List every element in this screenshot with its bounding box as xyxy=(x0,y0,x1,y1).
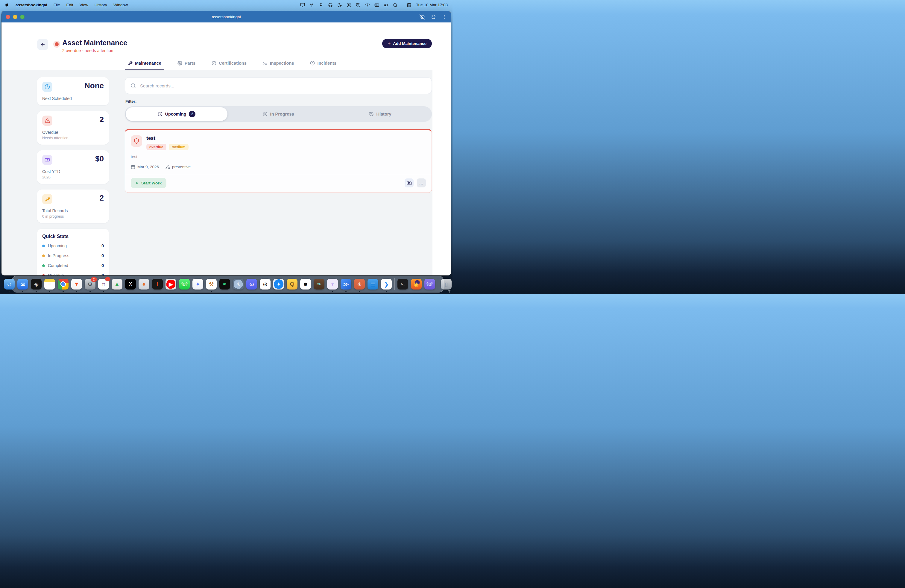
dock-cyberduck-icon[interactable]: Q xyxy=(287,279,297,289)
control-center-icon[interactable] xyxy=(407,3,411,8)
dock-terminal-icon[interactable]: >_ xyxy=(397,279,408,289)
menu-window[interactable]: Window xyxy=(113,3,128,7)
dock-viber-icon[interactable]: ☏ xyxy=(424,279,435,289)
dock-purple-app-icon[interactable]: ♆ xyxy=(327,279,338,289)
dock-copilot-icon[interactable]: ✦ xyxy=(192,279,203,289)
quick-stat-row-in-progress: In Progress0 xyxy=(42,253,104,258)
dock-brave-icon[interactable]: ▼ xyxy=(71,279,82,289)
dock-firefox-icon[interactable]: ◉ xyxy=(411,279,422,289)
dock-settings-icon[interactable]: ⚙2 xyxy=(85,279,95,289)
dock-unity-icon[interactable]: ◈ xyxy=(31,279,41,289)
status-dot-icon xyxy=(42,264,45,267)
banknote-icon xyxy=(42,155,52,165)
hide-toolbar-icon[interactable] xyxy=(419,14,425,19)
moon-icon[interactable] xyxy=(337,3,342,8)
menu-file[interactable]: File xyxy=(54,3,60,7)
menu-view[interactable]: View xyxy=(79,3,88,7)
back-button[interactable] xyxy=(37,39,48,50)
running-indicator-dot xyxy=(76,291,77,292)
dock-google-drive-icon[interactable]: ▲ xyxy=(112,279,122,289)
stat-sublabel: 2026 xyxy=(42,175,104,180)
dock-figma-icon[interactable]: f xyxy=(152,279,163,289)
dock-docker-icon[interactable]: ≣ xyxy=(367,279,378,289)
menubar-app-name[interactable]: assetsbookingai xyxy=(16,3,47,7)
stage-manager-icon[interactable] xyxy=(310,3,314,8)
menubar-clock[interactable]: Tue 10 Mar 17:03 xyxy=(416,3,448,7)
dock-claude-icon[interactable]: ✳ xyxy=(354,279,365,289)
play-circle-icon[interactable] xyxy=(346,3,351,8)
record-description: test xyxy=(131,154,426,159)
status-dot-icon xyxy=(42,274,45,275)
play-icon xyxy=(136,181,139,185)
tab-maintenance[interactable]: Maintenance xyxy=(125,61,164,70)
add-photo-button[interactable] xyxy=(405,178,414,188)
start-work-button[interactable]: Start Work xyxy=(131,178,167,188)
stat-card-next-scheduled: NoneNext Scheduled xyxy=(37,77,109,105)
tab-certifications[interactable]: Certifications xyxy=(209,61,249,70)
dock-mail-icon[interactable]: ✉ xyxy=(17,279,28,289)
dock-trash-icon[interactable]: ▯ xyxy=(441,279,452,289)
filter-label: Filter: xyxy=(125,99,432,103)
dock-tracks-icon[interactable]: ⚒ xyxy=(206,279,217,289)
browser-menu-kebab-icon[interactable] xyxy=(442,14,447,19)
status-dot-icon xyxy=(42,254,45,257)
maintenance-record-card[interactable]: test overduemedium test Mar 9, 2026 prev… xyxy=(125,129,432,193)
dock-automate-icon[interactable]: ≫ xyxy=(341,279,351,289)
extensions-puzzle-icon[interactable] xyxy=(431,14,436,19)
alert-circle-icon xyxy=(310,61,315,65)
dock-dbeaver-icon[interactable]: CE xyxy=(314,279,324,289)
dock-whatsapp-icon[interactable]: ☏ xyxy=(179,279,190,289)
dock-slack-icon[interactable]: ⌗ xyxy=(98,279,109,289)
dock-badge: 2 xyxy=(90,277,97,282)
dock-github-icon[interactable]: ☻ xyxy=(300,279,311,289)
dock-finder-icon[interactable]: ☺ xyxy=(4,279,15,289)
dock-chrome-icon[interactable] xyxy=(58,279,68,289)
quick-stat-row-overdue: Overdue2 xyxy=(42,273,104,275)
record-title: test xyxy=(146,135,189,141)
macos-dock: ☺✉◈≡▼⚙2⌗▲X●f▶☏✦⚒≈✳ω⊛✦Q☻CE♆≫✳≣❯>_◉☏▯ xyxy=(12,276,444,292)
calendar-icon xyxy=(131,165,135,169)
dock-discord-icon[interactable]: ω xyxy=(246,279,257,289)
wifi-icon[interactable] xyxy=(365,3,370,8)
dock-nba-icon[interactable]: ● xyxy=(138,279,149,289)
quick-stats-title: Quick Stats xyxy=(42,234,104,239)
dock-safari-icon[interactable]: ✦ xyxy=(273,279,284,289)
tab-parts[interactable]: Parts xyxy=(175,61,198,70)
circle-app-icon[interactable] xyxy=(328,3,333,8)
stat-card-total-records: 2Total Records0 in progress xyxy=(37,189,109,223)
menu-history[interactable]: History xyxy=(95,3,107,7)
apple-logo-icon[interactable] xyxy=(5,2,9,8)
dock-fan-control-icon[interactable]: ✳ xyxy=(233,279,244,289)
tab-inspections[interactable]: Inspections xyxy=(260,61,297,70)
battery-icon[interactable] xyxy=(384,3,389,8)
running-indicator-dot xyxy=(9,291,10,292)
screen-mirroring-icon[interactable] xyxy=(300,3,305,8)
dock-notes-icon[interactable]: ≡ xyxy=(44,279,55,289)
input-menu-icon[interactable] xyxy=(375,3,379,8)
search-box[interactable] xyxy=(125,77,432,94)
menu-edit[interactable]: Edit xyxy=(67,3,73,7)
record-more-button[interactable]: ... xyxy=(417,178,426,188)
filter-history[interactable]: History xyxy=(329,107,431,121)
quick-stats-card: Quick StatsUpcoming0In Progress0Complete… xyxy=(37,229,109,275)
running-indicator-dot xyxy=(211,291,212,292)
divider xyxy=(125,174,432,174)
badge-check-icon xyxy=(211,61,216,65)
dock-x-icon[interactable]: X xyxy=(125,279,136,289)
stat-value: 2 xyxy=(100,116,104,123)
tab-incidents[interactable]: Incidents xyxy=(307,61,340,70)
dock-pycharm-icon[interactable]: ❯ xyxy=(381,279,392,289)
dock-youtube-music-icon[interactable]: ▶ xyxy=(165,279,176,289)
dock-activity-wave-icon[interactable]: ≈ xyxy=(219,279,230,289)
dock-chatgpt-icon[interactable]: ⊛ xyxy=(260,279,270,289)
filter-in-progress[interactable]: In Progress xyxy=(227,107,329,121)
time-machine-icon[interactable] xyxy=(356,3,360,8)
spotlight-icon[interactable] xyxy=(393,3,398,8)
search-input[interactable] xyxy=(140,83,426,89)
add-maintenance-button[interactable]: + Add Maintenance xyxy=(382,39,432,48)
wrench-icon xyxy=(42,194,52,204)
hierarchy-icon xyxy=(165,165,170,169)
running-indicator-dot xyxy=(89,291,90,292)
filter-upcoming[interactable]: Upcoming2 xyxy=(126,107,227,121)
llama-icon[interactable] xyxy=(319,3,324,8)
